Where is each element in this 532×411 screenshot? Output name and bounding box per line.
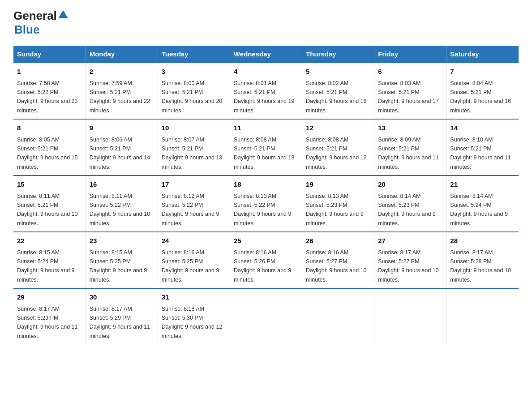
day-info: Sunrise: 8:02 AMSunset: 5:21 PMDaylight:… <box>306 80 367 114</box>
col-header-thursday: Thursday <box>302 46 374 63</box>
day-cell-14: 14 Sunrise: 8:10 AMSunset: 5:21 PMDaylig… <box>446 119 519 176</box>
day-info: Sunrise: 8:08 AMSunset: 5:21 PMDaylight:… <box>306 137 367 170</box>
calendar-table: SundayMondayTuesdayWednesdayThursdayFrid… <box>13 46 519 344</box>
day-info: Sunrise: 8:17 AMSunset: 5:29 PMDaylight:… <box>90 306 150 339</box>
day-info: Sunrise: 8:17 AMSunset: 5:27 PMDaylight:… <box>378 249 439 283</box>
week-row-1: 1 Sunrise: 7:58 AMSunset: 5:22 PMDayligh… <box>13 63 519 119</box>
day-cell-7: 7 Sunrise: 8:04 AMSunset: 5:21 PMDayligh… <box>446 63 519 119</box>
day-cell-19: 19 Sunrise: 8:13 AMSunset: 5:23 PMDaylig… <box>302 176 374 232</box>
day-info: Sunrise: 8:16 AMSunset: 5:27 PMDaylight:… <box>306 249 367 283</box>
day-cell-9: 9 Sunrise: 8:06 AMSunset: 5:21 PMDayligh… <box>86 119 158 176</box>
day-number: 6 <box>378 67 442 77</box>
day-number: 19 <box>306 180 370 190</box>
day-cell-25: 25 Sunrise: 8:16 AMSunset: 5:26 PMDaylig… <box>230 232 302 288</box>
empty-cell <box>230 288 302 344</box>
day-info: Sunrise: 8:06 AMSunset: 5:21 PMDaylight:… <box>90 137 150 170</box>
week-row-3: 15 Sunrise: 8:11 AMSunset: 5:21 PMDaylig… <box>13 176 519 232</box>
day-cell-5: 5 Sunrise: 8:02 AMSunset: 5:21 PMDayligh… <box>302 63 374 119</box>
day-info: Sunrise: 8:16 AMSunset: 5:25 PMDaylight:… <box>162 249 219 283</box>
day-cell-27: 27 Sunrise: 8:17 AMSunset: 5:27 PMDaylig… <box>374 232 446 288</box>
logo-blue: Blue <box>14 23 39 37</box>
day-number: 11 <box>234 123 298 133</box>
day-number: 9 <box>90 123 154 133</box>
day-number: 18 <box>234 180 298 190</box>
logo: General Blue <box>13 9 68 37</box>
day-number: 7 <box>450 67 515 77</box>
day-number: 20 <box>378 180 442 190</box>
day-number: 8 <box>17 123 82 133</box>
day-info: Sunrise: 8:09 AMSunset: 5:21 PMDaylight:… <box>378 137 439 170</box>
day-cell-12: 12 Sunrise: 8:08 AMSunset: 5:21 PMDaylig… <box>302 119 374 176</box>
week-row-2: 8 Sunrise: 8:05 AMSunset: 5:21 PMDayligh… <box>13 119 519 176</box>
col-header-friday: Friday <box>374 46 446 63</box>
day-info: Sunrise: 8:17 AMSunset: 5:28 PMDaylight:… <box>450 249 511 283</box>
logo-general: General <box>13 9 57 23</box>
day-number: 31 <box>162 292 226 303</box>
day-cell-1: 1 Sunrise: 7:58 AMSunset: 5:22 PMDayligh… <box>13 63 86 119</box>
day-info: Sunrise: 8:15 AMSunset: 5:25 PMDaylight:… <box>90 249 147 283</box>
day-number: 24 <box>162 236 226 246</box>
day-info: Sunrise: 8:13 AMSunset: 5:23 PMDaylight:… <box>306 193 364 227</box>
day-info: Sunrise: 8:04 AMSunset: 5:21 PMDaylight:… <box>450 80 511 114</box>
day-info: Sunrise: 8:08 AMSunset: 5:21 PMDaylight:… <box>234 137 295 170</box>
day-cell-16: 16 Sunrise: 8:11 AMSunset: 5:22 PMDaylig… <box>86 176 158 232</box>
day-info: Sunrise: 8:01 AMSunset: 5:21 PMDaylight:… <box>234 80 295 114</box>
day-number: 27 <box>378 236 442 246</box>
day-info: Sunrise: 8:17 AMSunset: 5:29 PMDaylight:… <box>17 306 78 339</box>
day-info: Sunrise: 8:16 AMSunset: 5:26 PMDaylight:… <box>234 249 292 283</box>
day-number: 14 <box>450 123 515 133</box>
day-info: Sunrise: 8:05 AMSunset: 5:21 PMDaylight:… <box>17 137 78 170</box>
logo-triangle-icon <box>58 10 68 18</box>
day-number: 25 <box>234 236 298 246</box>
day-cell-29: 29 Sunrise: 8:17 AMSunset: 5:29 PMDaylig… <box>13 288 86 344</box>
day-number: 3 <box>162 67 226 77</box>
day-cell-4: 4 Sunrise: 8:01 AMSunset: 5:21 PMDayligh… <box>230 63 302 119</box>
day-number: 15 <box>17 180 82 190</box>
day-number: 1 <box>17 67 82 77</box>
day-number: 17 <box>162 180 226 190</box>
day-info: Sunrise: 7:58 AMSunset: 5:22 PMDaylight:… <box>17 80 78 114</box>
day-number: 23 <box>90 236 154 246</box>
week-row-5: 29 Sunrise: 8:17 AMSunset: 5:29 PMDaylig… <box>13 288 519 344</box>
day-info: Sunrise: 7:59 AMSunset: 5:21 PMDaylight:… <box>90 80 150 114</box>
day-number: 30 <box>90 292 154 303</box>
day-cell-13: 13 Sunrise: 8:09 AMSunset: 5:21 PMDaylig… <box>374 119 446 176</box>
day-number: 21 <box>450 180 515 190</box>
day-number: 13 <box>378 123 442 133</box>
day-cell-3: 3 Sunrise: 8:00 AMSunset: 5:21 PMDayligh… <box>158 63 230 119</box>
day-number: 5 <box>306 67 370 77</box>
day-info: Sunrise: 8:15 AMSunset: 5:24 PMDaylight:… <box>17 249 75 283</box>
col-header-sunday: Sunday <box>13 46 86 63</box>
day-cell-8: 8 Sunrise: 8:05 AMSunset: 5:21 PMDayligh… <box>13 119 86 176</box>
day-info: Sunrise: 8:18 AMSunset: 5:30 PMDaylight:… <box>162 306 223 339</box>
day-cell-15: 15 Sunrise: 8:11 AMSunset: 5:21 PMDaylig… <box>13 176 86 232</box>
day-number: 22 <box>17 236 82 246</box>
calendar-header: SundayMondayTuesdayWednesdayThursdayFrid… <box>13 46 519 63</box>
day-cell-22: 22 Sunrise: 8:15 AMSunset: 5:24 PMDaylig… <box>13 232 86 288</box>
week-row-4: 22 Sunrise: 8:15 AMSunset: 5:24 PMDaylig… <box>13 232 519 288</box>
day-number: 29 <box>17 292 82 303</box>
day-cell-26: 26 Sunrise: 8:16 AMSunset: 5:27 PMDaylig… <box>302 232 374 288</box>
col-header-wednesday: Wednesday <box>230 46 302 63</box>
day-cell-30: 30 Sunrise: 8:17 AMSunset: 5:29 PMDaylig… <box>86 288 158 344</box>
day-info: Sunrise: 8:03 AMSunset: 5:21 PMDaylight:… <box>378 80 439 114</box>
day-info: Sunrise: 8:00 AMSunset: 5:21 PMDaylight:… <box>162 80 223 114</box>
day-cell-31: 31 Sunrise: 8:18 AMSunset: 5:30 PMDaylig… <box>158 288 230 344</box>
day-info: Sunrise: 8:11 AMSunset: 5:22 PMDaylight:… <box>90 193 150 227</box>
day-number: 16 <box>90 180 154 190</box>
day-number: 10 <box>162 123 226 133</box>
day-cell-6: 6 Sunrise: 8:03 AMSunset: 5:21 PMDayligh… <box>374 63 446 119</box>
day-info: Sunrise: 8:12 AMSunset: 5:22 PMDaylight:… <box>162 193 219 227</box>
day-cell-21: 21 Sunrise: 8:14 AMSunset: 5:24 PMDaylig… <box>446 176 519 232</box>
day-cell-10: 10 Sunrise: 8:07 AMSunset: 5:21 PMDaylig… <box>158 119 230 176</box>
day-cell-17: 17 Sunrise: 8:12 AMSunset: 5:22 PMDaylig… <box>158 176 230 232</box>
day-cell-28: 28 Sunrise: 8:17 AMSunset: 5:28 PMDaylig… <box>446 232 519 288</box>
day-info: Sunrise: 8:11 AMSunset: 5:21 PMDaylight:… <box>17 193 78 227</box>
day-info: Sunrise: 8:14 AMSunset: 5:23 PMDaylight:… <box>378 193 436 227</box>
empty-cell <box>302 288 374 344</box>
day-number: 28 <box>450 236 515 246</box>
day-number: 2 <box>90 67 154 77</box>
day-number: 26 <box>306 236 370 246</box>
day-cell-2: 2 Sunrise: 7:59 AMSunset: 5:21 PMDayligh… <box>86 63 158 119</box>
day-cell-24: 24 Sunrise: 8:16 AMSunset: 5:25 PMDaylig… <box>158 232 230 288</box>
